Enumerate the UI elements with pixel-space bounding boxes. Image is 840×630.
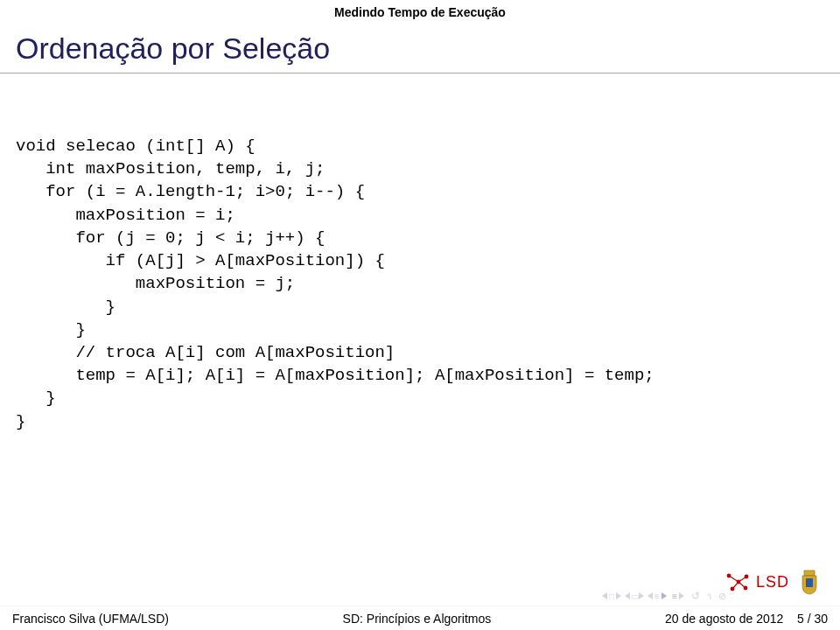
nav-subsection-prev-next[interactable]: ≡ (670, 592, 684, 601)
nav-goto-icon[interactable]: ⊘ (718, 591, 726, 602)
logo-area: LSD (724, 569, 821, 595)
svg-point-5 (737, 580, 741, 584)
beamer-nav: □ ▭ ≡ ≡ ↺ ૧ ⊘ (602, 590, 726, 602)
ufma-crest-icon (798, 569, 821, 595)
footer-date-page: 20 de agosto de 2012 5 / 30 (665, 612, 828, 626)
svg-point-7 (731, 587, 735, 592)
section-heading: Medindo Tempo de Execução (0, 0, 840, 23)
svg-point-6 (745, 575, 749, 579)
footer-date: 20 de agosto de 2012 (665, 612, 783, 626)
nav-frame-prev-next[interactable]: ▭ (625, 592, 644, 601)
nav-search-icon[interactable]: ૧ (707, 591, 711, 602)
slide-header: Medindo Tempo de Execução Ordenação por … (0, 0, 840, 74)
footer-bar: Francisco Silva (UFMA/LSD) SD: Princípio… (0, 606, 840, 630)
slide-title: Ordenação por Seleção (16, 32, 824, 66)
svg-point-8 (744, 586, 748, 591)
code-block: void selecao (int[] A) { int maxPosition… (16, 135, 824, 433)
footer-author: Francisco Silva (UFMA/LSD) (12, 612, 169, 626)
nav-slide-prev-next[interactable]: □ (602, 592, 621, 601)
svg-rect-9 (804, 570, 815, 576)
footer-course: SD: Princípios e Algoritmos (169, 612, 665, 626)
lsd-logo: LSD (724, 570, 789, 593)
svg-rect-10 (806, 578, 813, 587)
nav-section-prev-next[interactable]: ≡ (648, 592, 667, 601)
nav-back-forward-icon[interactable]: ↺ (691, 590, 700, 602)
footer-page: 5 / 30 (797, 612, 828, 626)
content-area: void selecao (int[] A) { int maxPosition… (0, 74, 840, 433)
svg-point-4 (727, 574, 732, 578)
title-bar: Ordenação por Seleção (0, 23, 840, 74)
lsd-label: LSD (756, 573, 789, 592)
lsd-graph-icon (724, 570, 751, 593)
